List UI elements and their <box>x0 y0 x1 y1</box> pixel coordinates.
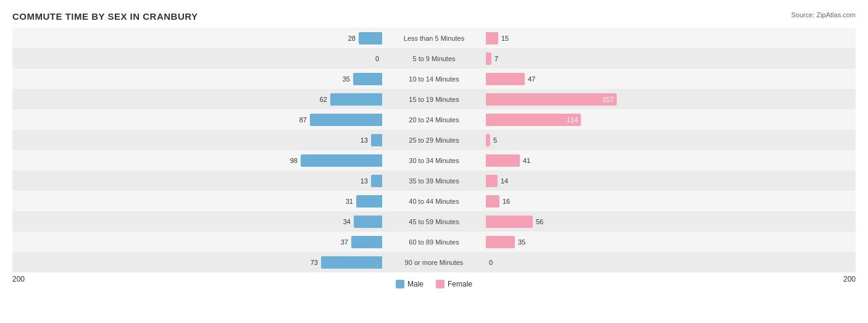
left-section: 62 <box>12 93 385 106</box>
left-section: 37 <box>12 236 385 248</box>
left-section: 98 <box>12 154 385 167</box>
male-value: 0 <box>375 55 379 62</box>
male-bar <box>330 93 382 106</box>
male-bar <box>321 256 382 269</box>
male-value: 73 <box>311 259 318 266</box>
male-bar <box>356 195 382 208</box>
male-value: 35 <box>343 75 350 83</box>
female-bar: 114 <box>486 114 581 126</box>
male-value: 87 <box>299 116 307 124</box>
table-row: 35 10 to 14 Minutes 47 <box>12 69 856 89</box>
female-value-inside: 114 <box>567 116 578 124</box>
female-bar <box>486 216 533 228</box>
table-row: 87 20 to 24 Minutes 114 <box>12 109 856 130</box>
right-section: 7 <box>483 52 856 65</box>
female-value: 41 <box>523 157 530 164</box>
male-bar <box>351 236 382 248</box>
chart-title: COMMUTE TIME BY SEX IN CRANBURY <box>12 11 856 22</box>
row-label: 60 to 89 Minutes <box>409 238 459 246</box>
left-section: 31 <box>12 195 385 208</box>
female-value: 15 <box>501 35 509 42</box>
row-label: 90 or more Minutes <box>405 259 464 266</box>
source-label: Source: ZipAtlas.com <box>791 11 856 19</box>
left-section: 13 <box>12 134 385 146</box>
male-value: 98 <box>290 157 298 164</box>
left-section: 28 <box>12 32 385 44</box>
row-label: 15 to 19 Minutes <box>409 96 459 103</box>
row-label: 25 to 29 Minutes <box>409 136 459 144</box>
legend-female: Female <box>436 280 472 288</box>
female-value: 16 <box>503 198 510 205</box>
right-section: 47 <box>483 73 856 85</box>
table-row: 98 30 to 34 Minutes 41 <box>12 150 856 170</box>
legend: Male Female <box>396 280 472 288</box>
male-value: 37 <box>341 238 348 246</box>
female-value: 0 <box>489 259 493 266</box>
female-bar <box>486 73 525 85</box>
male-value: 31 <box>346 198 353 205</box>
table-row: 13 35 to 39 Minutes 14 <box>12 170 856 191</box>
axis-right: 200 <box>843 275 856 288</box>
left-section: 87 <box>12 114 385 126</box>
male-value: 28 <box>348 35 356 42</box>
legend-male: Male <box>396 280 424 288</box>
left-section: 35 <box>12 73 385 85</box>
female-value: 7 <box>495 55 498 62</box>
row-label: 5 to 9 Minutes <box>412 55 455 62</box>
male-bar <box>371 175 382 187</box>
male-bar <box>301 154 382 167</box>
chart-container: COMMUTE TIME BY SEX IN CRANBURY Source: … <box>0 0 868 323</box>
table-row: 0 5 to 9 Minutes 7 <box>12 48 856 69</box>
male-bar <box>359 32 382 44</box>
male-value: 13 <box>361 136 368 144</box>
table-row: 37 60 to 89 Minutes 35 <box>12 232 856 252</box>
male-bar <box>310 114 382 126</box>
left-section: 34 <box>12 216 385 228</box>
male-value: 34 <box>343 218 351 225</box>
table-row: 62 15 to 19 Minutes 157 <box>12 89 856 109</box>
axis-labels: 200 Male Female 200 <box>12 275 856 288</box>
male-bar <box>354 216 382 228</box>
female-value: 47 <box>528 75 535 83</box>
male-bar <box>353 73 382 85</box>
right-section: 16 <box>483 195 856 208</box>
left-section: 0 <box>12 52 385 65</box>
table-row: 34 45 to 59 Minutes 56 <box>12 211 856 232</box>
female-value-inside: 157 <box>603 96 614 103</box>
female-bar: 157 <box>486 93 617 106</box>
row-label: 30 to 34 Minutes <box>409 157 459 164</box>
male-value: 62 <box>320 96 327 103</box>
female-value: 14 <box>501 177 508 185</box>
right-section: 56 <box>483 216 856 228</box>
right-section: 0 <box>483 256 856 269</box>
table-row: 13 25 to 29 Minutes 5 <box>12 130 856 150</box>
female-bar <box>486 134 490 146</box>
axis-left: 200 <box>12 275 25 288</box>
left-section: 13 <box>12 175 385 187</box>
row-label: 35 to 39 Minutes <box>409 177 459 185</box>
female-value: 5 <box>493 136 497 144</box>
female-bar <box>486 236 515 248</box>
chart-rows-wrapper: 28 Less than 5 Minutes 15 0 5 to 9 Minut… <box>12 28 856 272</box>
left-section: 73 <box>12 256 385 269</box>
male-bar <box>371 134 382 146</box>
right-section: 41 <box>483 154 856 167</box>
row-label: 40 to 44 Minutes <box>409 198 459 205</box>
table-row: 28 Less than 5 Minutes 15 <box>12 28 856 48</box>
right-section: 5 <box>483 134 856 146</box>
right-section: 114 <box>483 114 856 126</box>
row-label: 20 to 24 Minutes <box>409 116 459 124</box>
table-row: 31 40 to 44 Minutes 16 <box>12 191 856 211</box>
male-legend-label: Male <box>407 280 424 288</box>
row-label: 45 to 59 Minutes <box>409 218 459 225</box>
female-legend-label: Female <box>448 280 472 288</box>
male-value: 13 <box>361 177 368 185</box>
female-bar <box>486 32 498 44</box>
right-section: 157 <box>483 93 856 106</box>
right-section: 35 <box>483 236 856 248</box>
female-bar <box>486 154 520 167</box>
female-value: 35 <box>518 238 525 246</box>
female-bar <box>486 52 491 65</box>
table-row: 73 90 or more Minutes 0 <box>12 252 856 272</box>
right-section: 15 <box>483 32 856 44</box>
